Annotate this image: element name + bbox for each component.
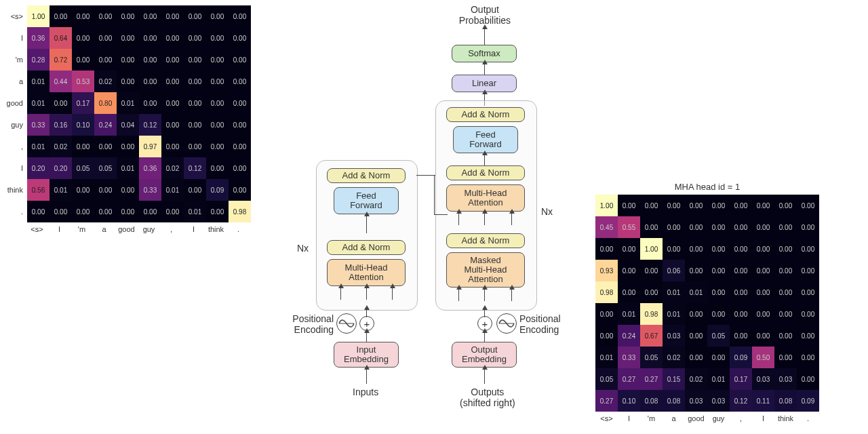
- heatmap-cell: 0.00: [595, 238, 618, 260]
- heatmap-cell: 0.12: [730, 390, 752, 412]
- heatmap-cell: 0.01: [184, 201, 206, 222]
- heatmap-x-label: .: [797, 414, 819, 422]
- heatmap-cell: 0.00: [139, 92, 161, 114]
- heatmap-x-label: ,: [160, 225, 182, 233]
- positional-encoding-label: Positional Encoding: [288, 313, 334, 335]
- heatmap-cell: 0.03: [663, 325, 685, 347]
- heatmap-cell: 0.80: [94, 92, 117, 114]
- heatmap-cell: 0.01: [27, 136, 50, 157]
- heatmap-cell: 0.01: [161, 179, 184, 201]
- heatmap-cell: 0.00: [618, 281, 640, 303]
- heatmap-cell: 0.00: [184, 5, 206, 27]
- heatmap-y-label: 'm: [0, 49, 24, 71]
- heatmap-cell: 0.00: [707, 195, 730, 216]
- output-embedding-block: Output Embedding: [452, 342, 517, 368]
- heatmap-cell: 0.00: [797, 260, 819, 281]
- heatmap-cell: 0.00: [774, 260, 797, 281]
- heatmap-cell: 0.00: [72, 5, 94, 27]
- heatmap-x-label: good: [685, 414, 707, 422]
- heatmap-cell: 0.24: [618, 325, 640, 347]
- nx-decoder-label: Nx: [541, 206, 553, 217]
- heatmap-cell: 0.00: [685, 238, 707, 260]
- heatmap-cell: 0.02: [161, 157, 184, 179]
- heatmap-cell: 0.00: [663, 216, 685, 238]
- heatmap-cell: 0.05: [595, 368, 618, 390]
- heatmap-cell: 0.00: [161, 27, 184, 49]
- heatmap-cell: 0.00: [752, 303, 774, 325]
- heatmap-cell: 0.00: [94, 201, 117, 222]
- heatmap-cell: 0.45: [595, 216, 618, 238]
- heatmap-cell: 0.01: [663, 303, 685, 325]
- heatmap-x-label: a: [663, 414, 685, 422]
- heatmap-cell: 0.00: [774, 238, 797, 260]
- heatmap-cell: 0.67: [640, 325, 663, 347]
- heatmap-cell: 0.00: [117, 27, 139, 49]
- heatmap-x-label: a: [93, 225, 115, 233]
- heatmap-cell: 0.00: [752, 238, 774, 260]
- heatmap-cell: 0.03: [774, 368, 797, 390]
- heatmap-cell: 0.28: [27, 49, 50, 71]
- heatmap-cell: 0.00: [685, 303, 707, 325]
- heatmap-cell: 0.00: [72, 27, 94, 49]
- heatmap-y-label: <s>: [0, 5, 24, 27]
- heatmap-y-label: good: [0, 92, 24, 114]
- heatmap-cell: 0.00: [117, 179, 139, 201]
- heatmap-cell: 0.00: [730, 325, 752, 347]
- heatmap-cell: 0.00: [685, 216, 707, 238]
- addnorm-block: Add & Norm: [327, 240, 406, 255]
- heatmap-cell: 0.00: [707, 216, 730, 238]
- heatmap-cell: 0.00: [618, 260, 640, 281]
- heatmap-cell: 0.00: [774, 195, 797, 216]
- heatmap-cell: 0.00: [184, 49, 206, 71]
- heatmap-cell: 0.17: [72, 92, 94, 114]
- heatmap-cell: 0.00: [640, 260, 663, 281]
- feedforward-block: Feed Forward: [453, 126, 518, 153]
- heatmap-x-label: <s>: [595, 414, 618, 422]
- heatmap-cell: 0.00: [797, 347, 819, 368]
- heatmap-cell: 0.00: [72, 201, 94, 222]
- heatmap-cell: 0.00: [94, 27, 117, 49]
- heatmap-cell: 0.00: [229, 157, 251, 179]
- heatmap-cell: 0.00: [752, 325, 774, 347]
- heatmap-x-label: think: [205, 225, 227, 233]
- heatmap-cell: 0.98: [640, 303, 663, 325]
- heatmap-x-label: I: [618, 414, 640, 422]
- heatmap-cell: 0.00: [797, 195, 819, 216]
- heatmap-y-label: think: [0, 179, 24, 201]
- heatmap-cell: 0.00: [184, 71, 206, 92]
- heatmap-cell: 0.01: [117, 92, 139, 114]
- heatmap-cell: 0.00: [229, 136, 251, 157]
- heatmap-cell: 0.06: [663, 260, 685, 281]
- heatmap-cell: 0.04: [117, 114, 139, 136]
- heatmap-cell: 0.08: [663, 390, 685, 412]
- heatmap-cell: 0.33: [618, 347, 640, 368]
- multihead-attention-block: Multi-Head Attention: [327, 259, 406, 286]
- heatmap-cell: 1.00: [640, 238, 663, 260]
- sine-icon: [336, 313, 357, 334]
- heatmap-cell: 0.93: [595, 260, 618, 281]
- heatmap-x-label: I: [752, 414, 774, 422]
- masked-multihead-attention-block: Masked Multi-Head Attention: [446, 252, 525, 288]
- heatmap-cell: 0.00: [730, 260, 752, 281]
- heatmap-cell: 0.24: [94, 114, 117, 136]
- heatmap-cell: 0.00: [161, 71, 184, 92]
- heatmap-cell: 0.00: [94, 179, 117, 201]
- heatmap-cell: 0.00: [50, 201, 72, 222]
- heatmap-cell: 0.00: [50, 5, 72, 27]
- heatmap-cell: 0.00: [206, 27, 229, 49]
- heatmap-cell: 0.00: [752, 281, 774, 303]
- heatmap-cell: 0.02: [94, 71, 117, 92]
- heatmap-cell: 0.00: [730, 303, 752, 325]
- heatmap-cell: 0.01: [618, 303, 640, 325]
- heatmap-cell: 0.02: [663, 347, 685, 368]
- heatmap-cell: 0.00: [117, 201, 139, 222]
- heatmap-cell: 0.00: [50, 92, 72, 114]
- heatmap-cell: 0.00: [117, 5, 139, 27]
- feedforward-block: Feed Forward: [334, 187, 399, 214]
- heatmap-cell: 0.36: [139, 157, 161, 179]
- heatmap-x-label: guy: [707, 414, 730, 422]
- heatmap-cell: 0.00: [685, 325, 707, 347]
- addnorm-block: Add & Norm: [327, 168, 406, 183]
- heatmap-y-label: guy: [0, 114, 24, 136]
- heatmap-cell: 0.01: [27, 92, 50, 114]
